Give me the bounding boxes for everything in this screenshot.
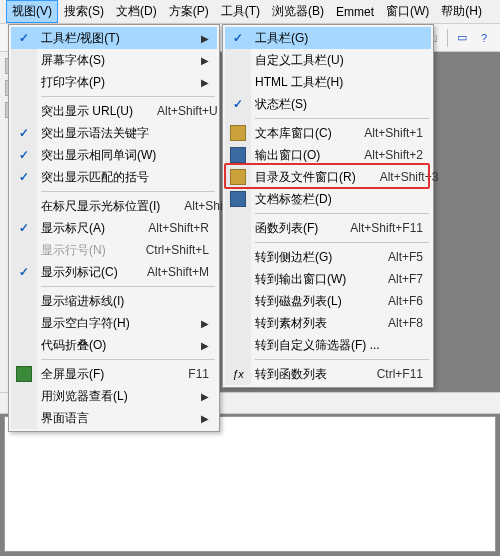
view-menu: ✓工具栏/视图(T)▶屏幕字体(S)▶打印字体(P)▶突出显示 URL(U)Al… (8, 24, 220, 432)
menu-item[interactable]: 文本库窗口(C)Alt+Shift+1 (225, 122, 431, 144)
menu-item-label: 突出显示 URL(U) (41, 103, 133, 120)
check-icon: ✓ (230, 96, 246, 112)
menu-item-shortcut: Alt+Shift+2 (340, 148, 423, 162)
menu-item[interactable]: 全屏显示(F)F11 (11, 363, 217, 385)
menubar-item[interactable]: 视图(V) (6, 0, 58, 23)
menu-item[interactable]: 用浏览器查看(L)▶ (11, 385, 217, 407)
menu-item-shortcut: F11 (164, 367, 209, 381)
menu-item[interactable]: 转到素材列表Alt+F8 (225, 312, 431, 334)
menu-item-shortcut: Alt+Shift+3 (356, 170, 439, 184)
menu-item-label: 代码折叠(O) (41, 337, 106, 354)
folders-icon (230, 169, 246, 185)
menu-item[interactable]: 文档标签栏(D) (225, 188, 431, 210)
menu-item[interactable]: ✓突出显示相同单词(W) (11, 144, 217, 166)
menu-item-shortcut: Alt+F7 (364, 272, 423, 286)
menubar-item[interactable]: 浏览器(B) (266, 0, 330, 23)
menu-item[interactable]: 自定义工具栏(U) (225, 49, 431, 71)
menu-item[interactable]: 屏幕字体(S)▶ (11, 49, 217, 71)
menu-item-label: 显示标尺(A) (41, 220, 105, 237)
check-icon: ✓ (16, 147, 32, 163)
menubar-item[interactable]: 方案(P) (163, 0, 215, 23)
menu-item[interactable]: 代码折叠(O)▶ (11, 334, 217, 356)
menu-item[interactable]: 显示空白字符(H)▶ (11, 312, 217, 334)
menu-item-shortcut: Alt+F5 (364, 250, 423, 264)
menu-item[interactable]: ✓状态栏(S) (225, 93, 431, 115)
menubar-item[interactable]: 文档(D) (110, 0, 163, 23)
menu-item: 显示行号(N)Ctrl+Shift+L (11, 239, 217, 261)
menubar: 视图(V)搜索(S)文档(D)方案(P)工具(T)浏览器(B)Emmet窗口(W… (0, 0, 500, 24)
menubar-item[interactable]: 工具(T) (215, 0, 266, 23)
submenu-arrow-icon: ▶ (201, 77, 209, 88)
menu-item[interactable]: ✓显示列标记(C)Alt+Shift+M (11, 261, 217, 283)
menu-item[interactable]: 转到磁盘列表(L)Alt+F6 (225, 290, 431, 312)
toolbar-view-submenu: ✓工具栏(G)自定义工具栏(U)HTML 工具栏(H)✓状态栏(S)文本库窗口(… (222, 24, 434, 388)
menu-item[interactable]: 转到自定义筛选器(F) ... (225, 334, 431, 356)
toolbar-button[interactable]: ▭ (452, 28, 472, 48)
menu-item[interactable]: ✓工具栏/视图(T)▶ (11, 27, 217, 49)
menu-item[interactable]: 在标尺显示光标位置(I)Alt+Shift+C (11, 195, 217, 217)
menu-item-label: 显示行号(N) (41, 242, 106, 259)
check-icon: ✓ (16, 220, 32, 236)
menu-separator (41, 191, 215, 192)
menu-item-shortcut: Alt+Shift+F11 (326, 221, 423, 235)
check-icon: ✓ (16, 30, 32, 46)
tabs-icon (230, 191, 246, 207)
menu-item-label: 文本库窗口(C) (255, 125, 332, 142)
menu-item-shortcut: Ctrl+Shift+L (122, 243, 209, 257)
check-icon: ✓ (16, 125, 32, 141)
menubar-item[interactable]: 帮助(H) (435, 0, 488, 23)
menu-item[interactable]: 打印字体(P)▶ (11, 71, 217, 93)
check-icon: ✓ (230, 30, 246, 46)
menu-item-shortcut: Alt+F8 (364, 316, 423, 330)
menu-item-label: 工具栏(G) (255, 30, 308, 47)
submenu-arrow-icon: ▶ (201, 318, 209, 329)
menu-item[interactable]: 显示缩进标线(I) (11, 290, 217, 312)
menu-item-shortcut: Alt+Shift+U (133, 104, 218, 118)
menubar-item[interactable]: 窗口(W) (380, 0, 435, 23)
menu-item[interactable]: ✓显示标尺(A)Alt+Shift+R (11, 217, 217, 239)
submenu-arrow-icon: ▶ (201, 391, 209, 402)
menu-separator (255, 213, 429, 214)
menu-item-label: 突出显示匹配的括号 (41, 169, 149, 186)
menu-item-label: 突出显示相同单词(W) (41, 147, 156, 164)
menu-item-label: 用浏览器查看(L) (41, 388, 128, 405)
menu-item-label: 在标尺显示光标位置(I) (41, 198, 160, 215)
menu-item-label: 突出显示语法关键字 (41, 125, 149, 142)
menu-item-label: 转到自定义筛选器(F) ... (255, 337, 380, 354)
menu-item[interactable]: 突出显示 URL(U)Alt+Shift+U (11, 100, 217, 122)
menu-item-label: HTML 工具栏(H) (255, 74, 343, 91)
menu-item[interactable]: 转到侧边栏(G)Alt+F5 (225, 246, 431, 268)
fullscreen-icon (16, 366, 32, 382)
menu-item[interactable]: 输出窗口(O)Alt+Shift+2 (225, 144, 431, 166)
menu-item[interactable]: ƒx转到函数列表Ctrl+F11 (225, 363, 431, 385)
menu-item-label: 转到函数列表 (255, 366, 327, 383)
menu-item-label: 文档标签栏(D) (255, 191, 332, 208)
submenu-arrow-icon: ▶ (201, 55, 209, 66)
output-pane (4, 416, 496, 552)
menu-item-label: 工具栏/视图(T) (41, 30, 120, 47)
menu-item[interactable]: 目录及文件窗口(R)Alt+Shift+3 (225, 166, 431, 188)
menu-item-label: 自定义工具栏(U) (255, 52, 344, 69)
menu-separator (41, 359, 215, 360)
menu-item-label: 转到磁盘列表(L) (255, 293, 342, 310)
menubar-item[interactable]: Emmet (330, 2, 380, 22)
menu-item-label: 转到输出窗口(W) (255, 271, 346, 288)
menu-item[interactable]: 转到输出窗口(W)Alt+F7 (225, 268, 431, 290)
menu-item[interactable]: ✓工具栏(G) (225, 27, 431, 49)
menu-item-shortcut: Alt+Shift+M (123, 265, 209, 279)
menubar-item[interactable]: 搜索(S) (58, 0, 110, 23)
menu-separator (255, 359, 429, 360)
menu-item[interactable]: HTML 工具栏(H) (225, 71, 431, 93)
toolbar-separator (447, 29, 448, 47)
menu-item-label: 输出窗口(O) (255, 147, 320, 164)
toolbar-help-button[interactable]: ? (474, 28, 494, 48)
menu-item[interactable]: 函数列表(F)Alt+Shift+F11 (225, 217, 431, 239)
menu-item[interactable]: 界面语言▶ (11, 407, 217, 429)
menu-item-label: 打印字体(P) (41, 74, 105, 91)
menu-separator (41, 286, 215, 287)
menu-item[interactable]: ✓突出显示语法关键字 (11, 122, 217, 144)
menu-item-label: 目录及文件窗口(R) (255, 169, 356, 186)
menu-item-label: 界面语言 (41, 410, 89, 427)
output-icon (230, 147, 246, 163)
menu-item[interactable]: ✓突出显示匹配的括号 (11, 166, 217, 188)
